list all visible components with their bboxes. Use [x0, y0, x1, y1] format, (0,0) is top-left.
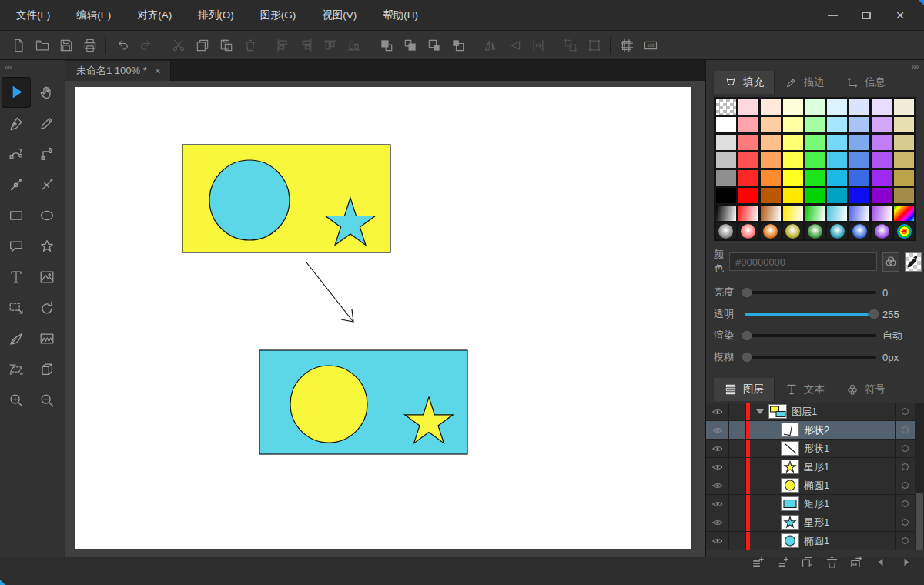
palette-swatch[interactable]: [805, 223, 825, 239]
bezier-node-tool[interactable]: [2, 139, 31, 169]
palette-swatch[interactable]: [805, 117, 825, 132]
layers-tab-symbols-club[interactable]: 符号: [835, 378, 896, 401]
select-tool[interactable]: [2, 77, 31, 108]
marquee-tool[interactable]: [2, 292, 31, 323]
next-page-button[interactable]: [895, 553, 916, 571]
yellow-ellipse-shape[interactable]: [290, 366, 367, 443]
palette-swatch[interactable]: [716, 135, 736, 150]
add-sublayer-button[interactable]: [772, 553, 793, 571]
palette-swatch[interactable]: [872, 223, 892, 239]
palette-swatch[interactable]: [783, 99, 803, 115]
fill-tab-fill-bucket[interactable]: 填充: [714, 71, 775, 94]
rectangle-tool[interactable]: [2, 200, 31, 231]
pencil-tool[interactable]: [32, 108, 62, 139]
layer-row-content[interactable]: 星形1: [750, 513, 895, 531]
palette-swatch[interactable]: [894, 188, 914, 203]
palette-swatch[interactable]: [827, 117, 847, 132]
palette-swatch[interactable]: [738, 170, 758, 186]
palette-swatch[interactable]: [716, 206, 736, 221]
layer-target-cell[interactable]: [895, 403, 915, 420]
save-file-button[interactable]: [54, 35, 78, 56]
layers-tab-text-tool[interactable]: 文本: [775, 378, 835, 401]
palette-swatch[interactable]: [783, 135, 803, 150]
visibility-toggle[interactable]: [706, 458, 729, 476]
send-backward-button[interactable]: [422, 35, 446, 56]
document-tab[interactable]: 未命名1 100% * ×: [65, 61, 171, 81]
layer-row-content[interactable]: 形状1: [750, 440, 895, 457]
palette-swatch[interactable]: [761, 206, 781, 221]
palette-swatch[interactable]: [827, 206, 847, 221]
new-file-button[interactable]: [6, 35, 30, 56]
palette-swatch[interactable]: [783, 223, 803, 239]
palette-swatch[interactable]: [716, 170, 736, 186]
palette-swatch[interactable]: [716, 223, 736, 239]
knife-tool[interactable]: [2, 323, 31, 354]
palette-swatch[interactable]: [805, 188, 825, 203]
cube-tool[interactable]: [32, 354, 62, 385]
tab-close-icon[interactable]: ×: [155, 65, 161, 77]
palette-swatch[interactable]: [761, 135, 781, 150]
menu-item-4[interactable]: 排列(O): [185, 0, 247, 30]
palette-swatch[interactable]: [894, 170, 914, 186]
distribute-horizontal-button[interactable]: [526, 35, 550, 56]
slider-handle[interactable]: [742, 330, 753, 342]
palette-swatch[interactable]: [738, 135, 758, 150]
palette-swatch[interactable]: [872, 188, 892, 203]
palette-swatch[interactable]: [716, 188, 736, 203]
menu-item-1[interactable]: 文件(F): [3, 0, 63, 30]
add-layer-button[interactable]: [747, 553, 768, 571]
layer-row-星形1[interactable]: 星形1: [706, 458, 915, 476]
menu-item-7[interactable]: 帮助(H): [370, 0, 431, 30]
visibility-toggle[interactable]: [706, 421, 729, 439]
visibility-toggle[interactable]: [706, 476, 729, 494]
speech-bubble-tool[interactable]: [2, 231, 31, 262]
palette-swatch[interactable]: [827, 99, 847, 115]
palette-swatch[interactable]: [716, 117, 736, 132]
palette-swatch[interactable]: [849, 170, 869, 186]
layer-row-矩形1[interactable]: 矩形1: [706, 495, 915, 513]
rotate-tool[interactable]: [32, 292, 62, 323]
align-left-button[interactable]: [270, 35, 294, 56]
palette-swatch[interactable]: [827, 170, 847, 186]
copy-button[interactable]: [190, 35, 214, 56]
palette-swatch[interactable]: [738, 188, 758, 203]
path-join-tool[interactable]: [2, 169, 31, 200]
visibility-toggle[interactable]: [706, 532, 729, 550]
palette-swatch[interactable]: [783, 152, 803, 168]
ellipse-tool[interactable]: [32, 200, 62, 231]
palette-swatch[interactable]: [894, 152, 914, 168]
palette-swatch[interactable]: [738, 206, 758, 221]
minimize-button[interactable]: [819, 5, 845, 26]
layer-target-cell[interactable]: [895, 476, 915, 494]
slider-track[interactable]: [745, 313, 876, 316]
delete-layer-button[interactable]: [821, 553, 842, 571]
cut-button[interactable]: [166, 35, 190, 56]
layer-scrollbar[interactable]: [915, 403, 924, 550]
color-hex-input[interactable]: [729, 252, 877, 271]
palette-swatch[interactable]: [783, 206, 803, 221]
palette-swatch[interactable]: [716, 99, 736, 115]
palette-swatch[interactable]: [805, 99, 825, 115]
palette-swatch[interactable]: [872, 99, 892, 115]
palette-swatch[interactable]: [805, 170, 825, 186]
eyedropper-button[interactable]: [905, 252, 922, 272]
layer-target-cell[interactable]: [895, 532, 915, 550]
layer-row-content[interactable]: 椭圆1: [750, 532, 895, 550]
palette-swatch[interactable]: [761, 99, 781, 115]
collapse-rightpanel-icon[interactable]: »»: [912, 62, 918, 71]
color-wheel-button[interactable]: [882, 252, 899, 272]
artboard-frame-button[interactable]: [614, 35, 638, 56]
slider-handle[interactable]: [742, 287, 753, 299]
group-button[interactable]: [582, 35, 606, 56]
star-tool[interactable]: [32, 231, 62, 262]
scrollbar-thumb[interactable]: [916, 493, 923, 550]
palette-swatch[interactable]: [849, 117, 869, 132]
canvas-viewport[interactable]: [65, 81, 705, 557]
palette-swatch[interactable]: [872, 170, 892, 186]
flip-horizontal-button[interactable]: [478, 35, 502, 56]
align-bottom-button[interactable]: [342, 35, 366, 56]
bring-forward-button[interactable]: [398, 35, 422, 56]
fill-tab-info-axes[interactable]: 信息: [835, 71, 896, 94]
menu-item-3[interactable]: 对齐(A): [124, 0, 185, 30]
palette-swatch[interactable]: [761, 117, 781, 132]
